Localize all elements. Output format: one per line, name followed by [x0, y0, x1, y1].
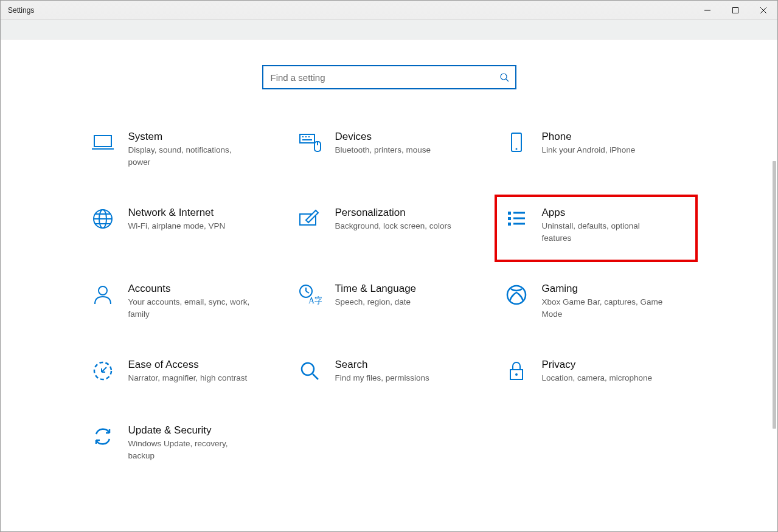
tile-title: Time & Language: [335, 283, 417, 295]
svg-rect-37: [733, 7, 738, 13]
minimize-button[interactable]: [693, 1, 721, 19]
tile-desc: Display, sound, notifications, power: [128, 144, 256, 168]
tile-desc: Xbox Game Bar, captures, Game Mode: [542, 296, 670, 320]
tile-title: Apps: [542, 207, 670, 219]
tile-desc: Location, camera, microphone: [542, 372, 653, 384]
tile-title: Personalization: [335, 207, 451, 219]
tile-devices[interactable]: DevicesBluetooth, printers, mouse: [289, 126, 490, 173]
tile-title: Network & Internet: [128, 207, 226, 219]
tile-desc: Speech, region, date: [335, 296, 417, 308]
pen-icon: [296, 207, 323, 233]
tile-title: Accounts: [128, 283, 256, 295]
sync-icon: [89, 424, 116, 451]
tile-desc: Uninstall, defaults, optional features: [542, 220, 670, 244]
tile-privacy[interactable]: PrivacyLocation, camera, microphone: [496, 354, 696, 390]
tile-title: Search: [335, 359, 429, 371]
tile-time[interactable]: Time & LanguageSpeech, region, date: [289, 278, 490, 325]
maximize-button[interactable]: [721, 1, 749, 19]
person-icon: [89, 283, 116, 309]
list-icon: [503, 207, 530, 233]
globe-icon: [89, 207, 116, 233]
tile-desc: Wi-Fi, airplane mode, VPN: [128, 220, 226, 232]
lock-icon: [503, 359, 530, 385]
tile-apps[interactable]: AppsUninstall, defaults, optional featur…: [496, 196, 696, 261]
tile-ease[interactable]: Ease of AccessNarrator, magnifier, high …: [82, 354, 283, 390]
tile-phone[interactable]: PhoneLink your Android, iPhone: [496, 126, 696, 173]
tile-desc: Windows Update, recovery, backup: [128, 438, 256, 461]
tile-title: Privacy: [542, 359, 653, 371]
tile-search[interactable]: SearchFind my files, permissions: [289, 354, 490, 390]
settings-grid: SystemDisplay, sound, notifications, pow…: [82, 126, 696, 467]
search-input[interactable]: [271, 72, 499, 83]
search-box[interactable]: [262, 65, 516, 89]
content-area: SystemDisplay, sound, notifications, pow…: [1, 40, 777, 531]
phone-icon: [503, 131, 530, 157]
window-controls: [693, 1, 777, 19]
time-lang-icon: [296, 283, 323, 309]
tile-update[interactable]: Update & SecurityWindows Update, recover…: [82, 420, 283, 466]
tile-desc: Narrator, magnifier, high contrast: [128, 372, 248, 384]
tile-title: Devices: [335, 131, 431, 143]
search-icon: [499, 72, 509, 82]
close-button[interactable]: [749, 1, 777, 19]
titlebar: Settings: [1, 1, 777, 20]
tile-desc: Link your Android, iPhone: [542, 144, 636, 156]
tile-title: System: [128, 131, 256, 143]
xbox-icon: [503, 283, 530, 309]
tile-accounts[interactable]: AccountsYour accounts, email, sync, work…: [82, 278, 283, 325]
tile-title: Ease of Access: [128, 359, 248, 371]
header-band: [1, 20, 777, 40]
ease-icon: [89, 359, 116, 385]
tile-system[interactable]: SystemDisplay, sound, notifications, pow…: [82, 126, 283, 173]
tile-desc: Find my files, permissions: [335, 372, 429, 384]
tile-title: Phone: [542, 131, 636, 143]
window-title: Settings: [8, 6, 34, 15]
tile-title: Gaming: [542, 283, 670, 295]
tile-network[interactable]: Network & InternetWi-Fi, airplane mode, …: [82, 202, 283, 249]
tile-gaming[interactable]: GamingXbox Game Bar, captures, Game Mode: [496, 278, 696, 325]
laptop-icon: [89, 131, 116, 157]
tile-title: Update & Security: [128, 424, 256, 437]
tile-personalization[interactable]: PersonalizationBackground, lock screen, …: [289, 202, 490, 249]
tile-desc: Bluetooth, printers, mouse: [335, 144, 431, 156]
tile-desc: Your accounts, email, sync, work, family: [128, 296, 256, 320]
keyboard-icon: [296, 131, 323, 157]
tile-desc: Background, lock screen, colors: [335, 220, 451, 232]
scrollbar[interactable]: [773, 161, 776, 429]
search-icon: [296, 359, 323, 385]
